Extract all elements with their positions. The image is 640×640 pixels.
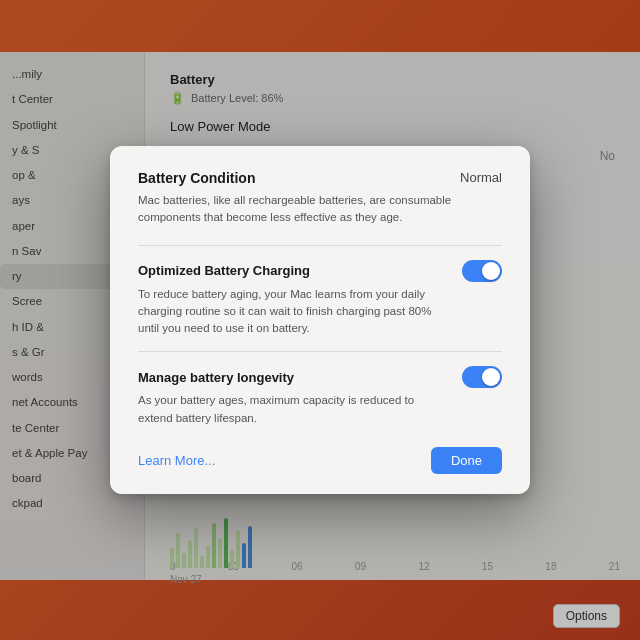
battery-longevity-header: Manage battery longevity [138,366,502,388]
battery-longevity-desc: As your battery ages, maximum capacity i… [138,392,502,427]
modal-footer: Learn More... Done [138,447,502,474]
battery-longevity-toggle[interactable] [462,366,502,388]
battery-longevity-option: Manage battery longevity As your battery… [138,366,502,427]
battery-health-modal: Battery Condition Normal Mac batteries, … [110,146,530,494]
modal-status: Normal [460,170,502,185]
optimized-charging-option: Optimized Battery Charging To reduce bat… [138,260,502,338]
modal-title: Battery Condition [138,170,255,186]
optimized-charging-toggle[interactable] [462,260,502,282]
modal-header-row: Battery Condition Normal [138,170,502,186]
optimized-charging-header: Optimized Battery Charging [138,260,502,282]
modal-divider-2 [138,351,502,352]
modal-divider-1 [138,245,502,246]
modal-overlay: Battery Condition Normal Mac batteries, … [0,0,640,640]
optimized-charging-desc: To reduce battery aging, your Mac learns… [138,286,502,338]
battery-longevity-label: Manage battery longevity [138,370,294,385]
optimized-charging-label: Optimized Battery Charging [138,263,310,278]
modal-description: Mac batteries, like all rechargeable bat… [138,192,502,227]
done-button[interactable]: Done [431,447,502,474]
learn-more-button[interactable]: Learn More... [138,453,215,468]
